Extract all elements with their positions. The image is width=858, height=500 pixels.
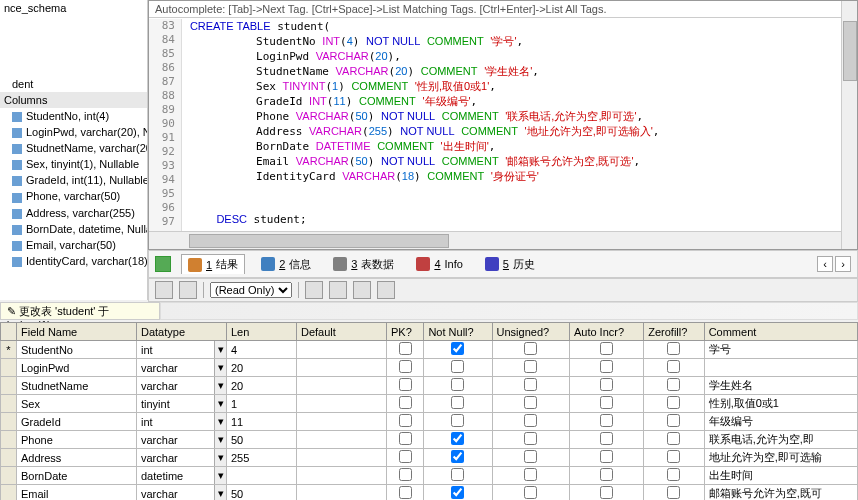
col-header[interactable]: Field Name — [17, 323, 137, 341]
checkbox-cell[interactable] — [492, 449, 569, 467]
checkbox-cell[interactable] — [492, 485, 569, 501]
checkbox-cell[interactable] — [492, 341, 569, 359]
checkbox[interactable] — [524, 360, 537, 373]
comment-cell[interactable]: 邮箱账号允许为空,既可 — [704, 485, 857, 501]
len-cell[interactable]: 20 — [227, 377, 297, 395]
checkbox[interactable] — [524, 378, 537, 391]
col-header[interactable]: Not Null? — [424, 323, 492, 341]
column-item[interactable]: StudnetName, varchar(20) — [0, 140, 147, 156]
columns-header[interactable]: Columns — [0, 92, 147, 108]
field-name-cell[interactable]: Phone — [17, 431, 137, 449]
len-cell[interactable]: 50 — [227, 485, 297, 501]
col-header[interactable]: Unsigned? — [492, 323, 569, 341]
checkbox[interactable] — [600, 450, 613, 463]
col-header[interactable]: Auto Incr? — [569, 323, 643, 341]
checkbox-cell[interactable] — [644, 485, 704, 501]
checkbox-cell[interactable] — [644, 359, 704, 377]
checkbox[interactable] — [524, 432, 537, 445]
default-cell[interactable] — [297, 485, 387, 501]
scrollbar-thumb[interactable] — [843, 21, 857, 81]
default-cell[interactable] — [297, 395, 387, 413]
checkbox-cell[interactable] — [569, 341, 643, 359]
datatype-cell[interactable]: tinyint▾ — [137, 395, 227, 413]
checkbox-cell[interactable] — [492, 377, 569, 395]
tab-Info[interactable]: 4 Info — [410, 254, 468, 274]
checkbox[interactable] — [524, 450, 537, 463]
table-row[interactable]: StudnetNamevarchar▾20学生姓名 — [1, 377, 858, 395]
len-cell[interactable]: 255 — [227, 449, 297, 467]
datatype-cell[interactable]: varchar▾ — [137, 431, 227, 449]
datatype-cell[interactable]: varchar▾ — [137, 449, 227, 467]
checkbox-cell[interactable] — [387, 413, 424, 431]
column-item[interactable]: Address, varchar(255) — [0, 205, 147, 221]
checkbox-cell[interactable] — [644, 395, 704, 413]
default-cell[interactable] — [297, 413, 387, 431]
dropdown-icon[interactable]: ▾ — [214, 431, 226, 448]
checkbox[interactable] — [600, 486, 613, 499]
comment-cell[interactable] — [704, 359, 857, 377]
datatype-cell[interactable]: int▾ — [137, 341, 227, 359]
checkbox[interactable] — [600, 378, 613, 391]
dropdown-icon[interactable]: ▾ — [214, 341, 226, 358]
checkbox-cell[interactable] — [387, 467, 424, 485]
checkbox-cell[interactable] — [569, 485, 643, 501]
alter-table-tab[interactable]: ✎ 更改表 'student' 于 'school1' — [0, 302, 160, 320]
checkbox[interactable] — [667, 414, 680, 427]
checkbox-cell[interactable] — [569, 359, 643, 377]
checkbox-cell[interactable] — [424, 485, 492, 501]
comment-cell[interactable]: 出生时间 — [704, 467, 857, 485]
dropdown-icon[interactable]: ▾ — [214, 395, 226, 412]
col-header[interactable]: Default — [297, 323, 387, 341]
column-item[interactable]: LoginPwd, varchar(20), Nu — [0, 124, 147, 140]
readonly-select[interactable]: (Read Only) — [210, 282, 292, 298]
field-name-cell[interactable]: Email — [17, 485, 137, 501]
datatype-cell[interactable]: datetime▾ — [137, 467, 227, 485]
tree-node-dent[interactable]: dent — [0, 76, 147, 92]
table-row[interactable]: Phonevarchar▾50联系电话,允许为空,即 — [1, 431, 858, 449]
checkbox[interactable] — [600, 432, 613, 445]
column-item[interactable]: GradeId, int(11), Nullable — [0, 172, 147, 188]
editor-hscrollbar[interactable] — [149, 231, 857, 249]
default-cell[interactable] — [297, 359, 387, 377]
refresh-icon[interactable] — [155, 256, 171, 272]
checkbox[interactable] — [667, 450, 680, 463]
schema-label[interactable]: nce_schema — [0, 0, 147, 16]
checkbox[interactable] — [399, 378, 412, 391]
checkbox-cell[interactable] — [387, 395, 424, 413]
checkbox[interactable] — [399, 360, 412, 373]
checkbox[interactable] — [451, 468, 464, 481]
checkbox[interactable] — [667, 360, 680, 373]
save-icon[interactable] — [329, 281, 347, 299]
len-cell[interactable]: 11 — [227, 413, 297, 431]
checkbox-cell[interactable] — [424, 359, 492, 377]
checkbox[interactable] — [524, 486, 537, 499]
tab-历史[interactable]: 5 历史 — [479, 254, 541, 274]
checkbox[interactable] — [600, 468, 613, 481]
checkbox[interactable] — [451, 360, 464, 373]
table-row[interactable]: BornDatedatetime▾出生时间 — [1, 467, 858, 485]
checkbox-cell[interactable] — [424, 395, 492, 413]
tabs-next-icon[interactable]: › — [835, 256, 851, 272]
checkbox-cell[interactable] — [424, 377, 492, 395]
checkbox-cell[interactable] — [492, 413, 569, 431]
checkbox[interactable] — [451, 450, 464, 463]
checkbox-cell[interactable] — [644, 413, 704, 431]
checkbox-cell[interactable] — [387, 449, 424, 467]
checkbox-cell[interactable] — [644, 431, 704, 449]
datatype-cell[interactable]: varchar▾ — [137, 359, 227, 377]
tab-表数据[interactable]: 3 表数据 — [327, 254, 400, 274]
checkbox[interactable] — [399, 450, 412, 463]
checkbox[interactable] — [667, 342, 680, 355]
len-cell[interactable]: 1 — [227, 395, 297, 413]
checkbox-cell[interactable] — [424, 449, 492, 467]
comment-cell[interactable]: 年级编号 — [704, 413, 857, 431]
checkbox[interactable] — [399, 342, 412, 355]
copy-icon[interactable] — [353, 281, 371, 299]
checkbox[interactable] — [399, 432, 412, 445]
checkbox[interactable] — [451, 432, 464, 445]
field-name-cell[interactable]: GradeId — [17, 413, 137, 431]
checkbox-cell[interactable] — [387, 485, 424, 501]
comment-cell[interactable]: 学号 — [704, 341, 857, 359]
checkbox[interactable] — [600, 360, 613, 373]
col-header[interactable]: Comment — [704, 323, 857, 341]
